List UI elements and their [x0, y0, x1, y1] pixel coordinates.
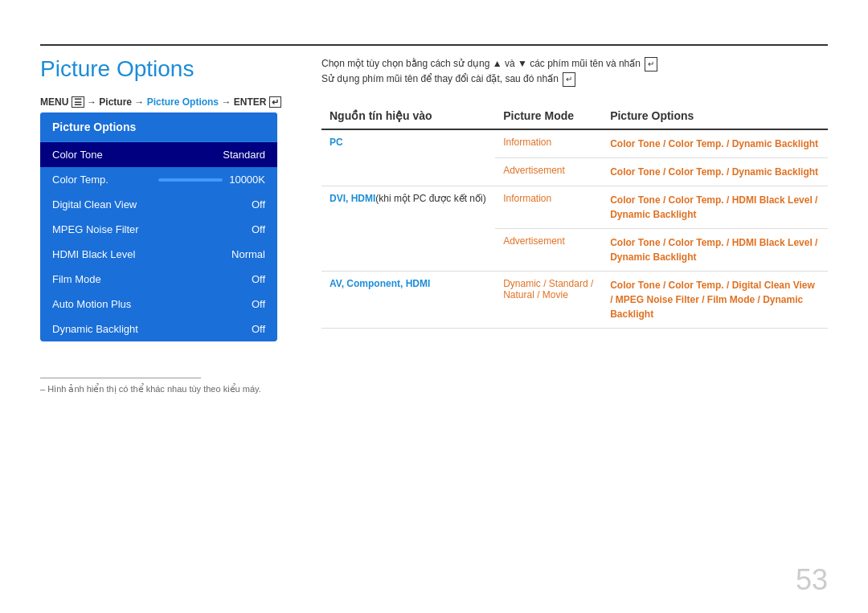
- menu-item-mpeg-noise-filter[interactable]: MPEG Noise Filter Off: [40, 217, 277, 242]
- item-value-color-tone: Standard: [223, 149, 265, 161]
- options-dvi-ad: Color Tone / Color Temp. / HDMI Black Le…: [602, 229, 828, 272]
- item-value-digital-clean-view: Off: [252, 198, 265, 210]
- item-label-digital-clean-view: Digital Clean View: [52, 198, 137, 210]
- page-title: Picture Options: [40, 56, 194, 82]
- item-value-dynamic-backlight: Off: [252, 323, 265, 335]
- source-pc: PC: [321, 129, 495, 186]
- col-header-options: Picture Options: [602, 103, 828, 129]
- menu-item-auto-motion-plus[interactable]: Auto Motion Plus Off: [40, 292, 277, 317]
- item-label-hdmi-black-level: HDMI Black Level: [52, 248, 135, 260]
- panel-title: Picture Options: [40, 112, 277, 142]
- menu-item-film-mode[interactable]: Film Mode Off: [40, 267, 277, 292]
- menu-item-dynamic-backlight[interactable]: Dynamic Backlight Off: [40, 317, 277, 341]
- right-section: Chọn một tùy chọn bằng cách sử dụng ▲ và…: [321, 56, 828, 329]
- page-number: 53: [796, 563, 828, 597]
- note-text: – Hình ảnh hiển thị có thể khác nhau tùy…: [40, 384, 261, 394]
- mode-advertisement-pc: Advertisement: [495, 158, 602, 186]
- options-pc-ad: Color Tone / Color Temp. / Dynamic Backl…: [602, 158, 828, 186]
- item-label-film-mode: Film Mode: [52, 273, 101, 285]
- source-av-component-hdmi: AV, Component, HDMI: [321, 272, 495, 329]
- item-value-auto-motion-plus: Off: [252, 298, 265, 310]
- top-divider: [40, 44, 828, 46]
- options-dvi-info: Color Tone / Color Temp. / HDMI Black Le…: [602, 186, 828, 229]
- color-temp-bar: [158, 178, 223, 182]
- instruction-text: Chọn một tùy chọn bằng cách sử dụng ▲ và…: [321, 56, 828, 87]
- instruction-line-1: Chọn một tùy chọn bằng cách sử dụng ▲ và…: [321, 56, 828, 72]
- mode-av: Dynamic / Standard / Natural / Movie: [495, 272, 602, 329]
- menu-item-hdmi-black-level[interactable]: HDMI Black Level Normal: [40, 242, 277, 267]
- item-value-mpeg-noise-filter: Off: [252, 223, 265, 235]
- menu-path-text: MENU ☰ → Picture → Picture Options → ENT…: [40, 96, 281, 108]
- menu-item-digital-clean-view[interactable]: Digital Clean View Off: [40, 192, 277, 217]
- item-value-hdmi-black-level: Normal: [231, 248, 265, 260]
- instruction-line-2: Sử dụng phím mũi tên để thay đổi cài đặt…: [321, 72, 828, 87]
- options-pc-info: Color Tone / Color Temp. / Dynamic Backl…: [602, 129, 828, 158]
- item-label-color-temp: Color Temp.: [52, 174, 108, 186]
- table-row: PC Information Color Tone / Color Temp. …: [321, 129, 828, 158]
- col-header-mode: Picture Mode: [495, 103, 602, 129]
- item-label-mpeg-noise-filter: MPEG Noise Filter: [52, 223, 139, 235]
- table-row: AV, Component, HDMI Dynamic / Standard /…: [321, 272, 828, 329]
- item-label-color-tone: Color Tone: [52, 149, 103, 161]
- options-av: Color Tone / Color Temp. / Digital Clean…: [602, 272, 828, 329]
- note-divider: [40, 378, 201, 378]
- item-value-color-temp: 10000K: [229, 174, 265, 186]
- mode-information-dvi: Information: [495, 186, 602, 229]
- info-table: Nguồn tín hiệu vào Picture Mode Picture …: [321, 103, 828, 329]
- table-row: DVI, HDMI(khi một PC được kết nối) Infor…: [321, 186, 828, 229]
- item-value-film-mode: Off: [252, 273, 265, 285]
- menu-path: MENU ☰ → Picture → Picture Options → ENT…: [40, 96, 281, 108]
- menu-item-color-tone[interactable]: Color Tone Standard: [40, 142, 277, 167]
- col-header-source: Nguồn tín hiệu vào: [321, 103, 495, 129]
- item-label-dynamic-backlight: Dynamic Backlight: [52, 323, 138, 335]
- item-label-auto-motion-plus: Auto Motion Plus: [52, 298, 131, 310]
- mode-information-pc: Information: [495, 129, 602, 158]
- menu-item-color-temp[interactable]: Color Temp. 10000K: [40, 167, 277, 192]
- source-dvi-hdmi: DVI, HDMI(khi một PC được kết nối): [321, 186, 495, 272]
- picture-options-panel: Picture Options Color Tone Standard Colo…: [40, 112, 277, 341]
- mode-advertisement-dvi: Advertisement: [495, 229, 602, 272]
